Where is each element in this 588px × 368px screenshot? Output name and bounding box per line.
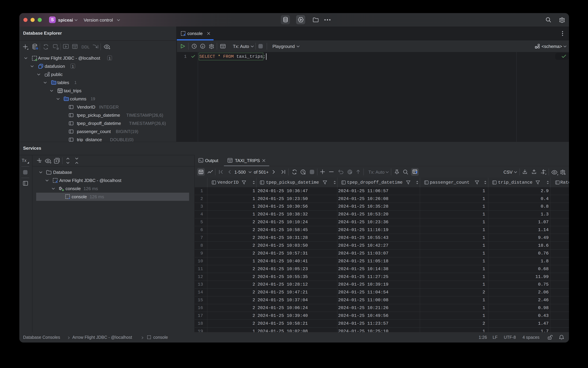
svg-text:p: p	[202, 45, 203, 48]
